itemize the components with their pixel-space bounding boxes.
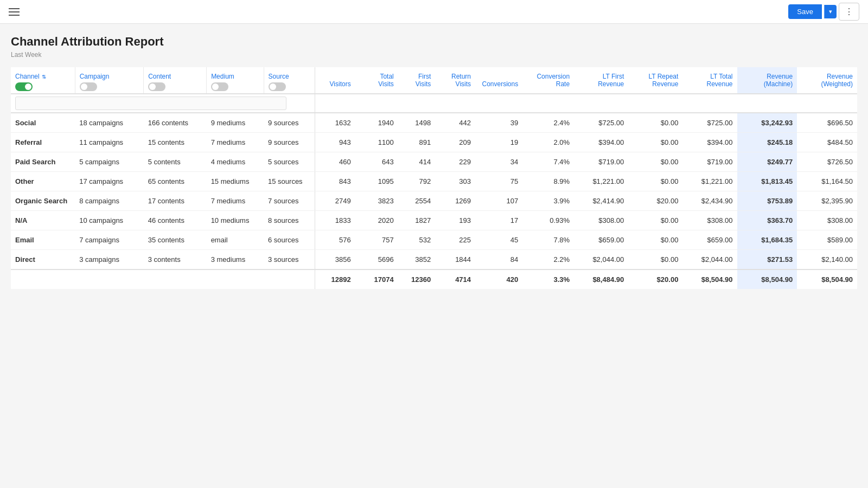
table-cell: 1100: [355, 133, 398, 152]
col-revenue-machine[interactable]: Revenue(Machine): [737, 67, 797, 94]
table-cell: $0.00: [628, 172, 682, 191]
table-cell: 643: [355, 152, 398, 172]
content-toggle[interactable]: [148, 82, 165, 91]
col-total-visits[interactable]: TotalVisits: [355, 67, 398, 94]
table-cell: 1940: [355, 113, 398, 133]
table-row: Social18 campaigns166 contents9 mediums9…: [11, 113, 857, 133]
table-cell: 1632: [315, 113, 355, 133]
page-subtitle: Last Week: [11, 51, 857, 59]
table-cell: 8 campaigns: [75, 191, 144, 211]
totals-cell: $8,504.90: [797, 269, 857, 289]
totals-cell: 4714: [435, 269, 475, 289]
table-cell: 65 contents: [144, 172, 207, 191]
table-cell: 1095: [355, 172, 398, 191]
col-revenue-weighted[interactable]: Revenue(Weighted): [797, 67, 857, 94]
table-cell: 576: [315, 230, 355, 250]
table-cell: 15 sources: [264, 172, 315, 191]
table-cell: $0.00: [628, 133, 682, 152]
search-wrapper: 🔍: [15, 97, 286, 110]
table-cell: 7 campaigns: [75, 230, 144, 250]
table-cell: $249.77: [737, 152, 797, 172]
medium-toggle[interactable]: [211, 82, 228, 91]
col-visitors[interactable]: Visitors: [315, 67, 355, 94]
report-table-container: Channel ⇅ Campaign Cont: [11, 67, 857, 289]
table-cell: N/A: [11, 211, 75, 230]
report-table: Channel ⇅ Campaign Cont: [11, 67, 857, 289]
sort-icon: ⇅: [42, 74, 46, 80]
table-cell: Social: [11, 113, 75, 133]
totals-cell: $8,504.90: [682, 269, 737, 289]
table-cell: $725.00: [682, 113, 737, 133]
col-conversions[interactable]: Conversions: [475, 67, 522, 94]
table-cell: 2554: [398, 191, 436, 211]
hamburger-menu[interactable]: [9, 8, 20, 16]
channel-toggle[interactable]: [15, 82, 33, 91]
col-lt-repeat-revenue[interactable]: LT RepeatRevenue: [628, 67, 682, 94]
table-cell: $696.50: [797, 113, 857, 133]
table-cell: 1833: [315, 211, 355, 230]
medium-filter-label[interactable]: Medium: [211, 73, 259, 80]
col-lt-total-revenue[interactable]: LT TotalRevenue: [682, 67, 737, 94]
table-cell: 757: [355, 230, 398, 250]
table-cell: 209: [435, 133, 475, 152]
totals-cell: 420: [475, 269, 522, 289]
table-cell: Referral: [11, 133, 75, 152]
table-cell: 2749: [315, 191, 355, 211]
table-cell: 10 campaigns: [75, 211, 144, 230]
table-cell: 5 campaigns: [75, 152, 144, 172]
table-cell: 2.4%: [522, 113, 574, 133]
save-button[interactable]: Save: [788, 4, 822, 19]
table-cell: $2,395.90: [797, 191, 857, 211]
campaign-toggle[interactable]: [80, 82, 97, 91]
table-row: Paid Search5 campaigns5 contents4 medium…: [11, 152, 857, 172]
source-toggle[interactable]: [269, 82, 286, 91]
table-cell: 7 mediums: [207, 133, 264, 152]
table-cell: 7 mediums: [207, 191, 264, 211]
table-cell: $2,414.90: [574, 191, 628, 211]
table-cell: 19: [475, 133, 522, 152]
table-cell: email: [207, 230, 264, 250]
table-cell: 10 mediums: [207, 211, 264, 230]
table-cell: 17 campaigns: [75, 172, 144, 191]
search-input[interactable]: [15, 97, 286, 110]
totals-cell: 12892: [315, 269, 355, 289]
col-return-visits[interactable]: ReturnVisits: [435, 67, 475, 94]
filter-header-row: Channel ⇅ Campaign Cont: [11, 67, 857, 94]
channel-filter-label[interactable]: Channel ⇅: [15, 73, 71, 80]
page-content: Channel Attribution Report Last Week Cha…: [0, 24, 868, 300]
table-cell: 460: [315, 152, 355, 172]
table-cell: $1,813.45: [737, 172, 797, 191]
col-first-visits[interactable]: FirstVisits: [398, 67, 436, 94]
table-cell: 1827: [398, 211, 436, 230]
table-cell: 891: [398, 133, 436, 152]
table-cell: $659.00: [682, 230, 737, 250]
table-cell: Other: [11, 172, 75, 191]
table-cell: 45: [475, 230, 522, 250]
content-filter-label[interactable]: Content: [148, 73, 202, 80]
table-cell: 15 mediums: [207, 172, 264, 191]
table-cell: 3.9%: [522, 191, 574, 211]
totals-cell: $20.00: [628, 269, 682, 289]
table-cell: $1,221.00: [574, 172, 628, 191]
table-cell: 5 sources: [264, 152, 315, 172]
table-row: Other17 campaigns65 contents15 mediums15…: [11, 172, 857, 191]
table-cell: 532: [398, 230, 436, 250]
more-options-button[interactable]: ⋮: [839, 3, 859, 21]
table-cell: 9 sources: [264, 133, 315, 152]
table-cell: 5 contents: [144, 152, 207, 172]
campaign-filter-label[interactable]: Campaign: [80, 73, 139, 80]
table-cell: 1844: [435, 250, 475, 270]
table-cell: $1,684.35: [737, 230, 797, 250]
totals-cell: [11, 269, 75, 289]
table-cell: 9 mediums: [207, 113, 264, 133]
table-cell: 792: [398, 172, 436, 191]
table-cell: 229: [435, 152, 475, 172]
table-cell: 7.4%: [522, 152, 574, 172]
totals-cell: [75, 269, 144, 289]
col-conversion-rate[interactable]: ConversionRate: [522, 67, 574, 94]
table-cell: $363.70: [737, 211, 797, 230]
source-filter-label[interactable]: Source: [269, 73, 311, 80]
search-header-row: 🔍: [11, 94, 857, 113]
save-dropdown-button[interactable]: ▾: [824, 5, 837, 18]
col-lt-first-revenue[interactable]: LT FirstRevenue: [574, 67, 628, 94]
